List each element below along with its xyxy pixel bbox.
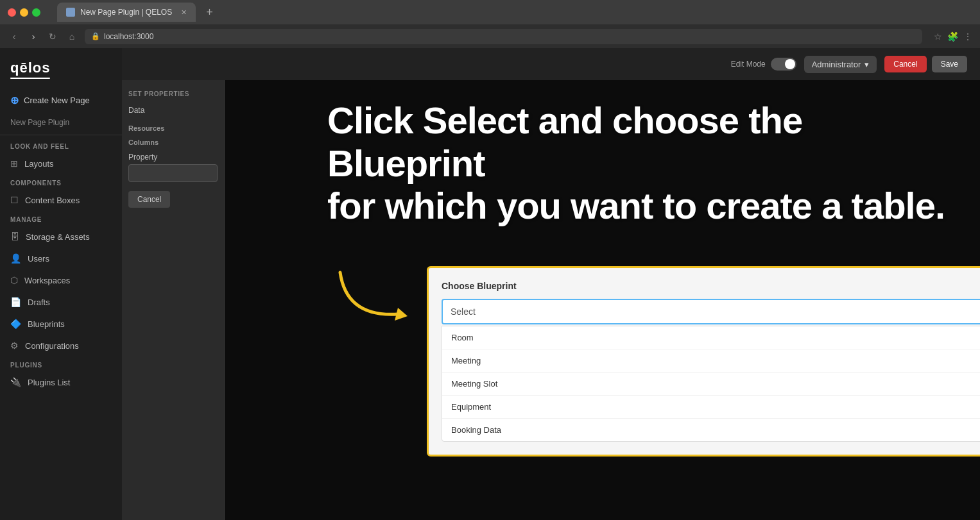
sidebar-item-label: Content Boxes xyxy=(25,196,80,205)
plugins-icon: 🔌 xyxy=(10,377,21,387)
arrow-container xyxy=(334,266,417,333)
sidebar-item-blueprints[interactable]: 🔷 Blueprints xyxy=(0,313,122,335)
traffic-lights xyxy=(8,8,40,17)
browser-actions: ☆ 🧩 ⋮ xyxy=(934,31,972,42)
refresh-button[interactable]: ↻ xyxy=(46,31,59,42)
blueprint-option-meeting-slot[interactable]: Meeting Slot xyxy=(442,373,980,396)
blueprint-option-meeting[interactable]: Meeting xyxy=(442,349,980,373)
sidebar-item-label: Layouts xyxy=(24,159,54,169)
forward-button[interactable]: › xyxy=(27,31,40,42)
layouts-icon: ⊞ xyxy=(10,158,18,169)
section-header-components: COMPONENTS xyxy=(0,174,122,189)
storage-icon: 🗄 xyxy=(10,231,19,242)
resource-label: Resources xyxy=(128,124,218,132)
property-label: Property xyxy=(128,153,218,162)
address-bar[interactable]: 🔒 localhost:3000 xyxy=(85,29,922,44)
sidebar-item-label: Blueprints xyxy=(28,319,65,329)
maximize-button[interactable] xyxy=(32,8,40,17)
close-button[interactable] xyxy=(8,8,16,17)
browser-tab[interactable]: New Page Plugin | QELOS ✕ xyxy=(57,3,196,22)
home-button[interactable]: ⌂ xyxy=(65,31,78,42)
data-label: Data xyxy=(128,103,218,118)
blueprints-icon: 🔷 xyxy=(10,319,21,329)
blueprint-option-booking-data[interactable]: Booking Data xyxy=(442,419,980,441)
sidebar-item-workspaces[interactable]: ⬡ Workspaces xyxy=(0,269,122,291)
property-input[interactable] xyxy=(128,164,218,182)
menu-icon[interactable]: ⋮ xyxy=(963,31,972,42)
admin-button[interactable]: Administrator ▾ xyxy=(804,56,877,73)
cancel-button[interactable]: Cancel xyxy=(884,56,926,72)
blueprint-modal: Choose Blueprint Select ▲ Room Meeting M… xyxy=(427,266,980,457)
columns-label: Columns xyxy=(128,138,218,146)
content-boxes-icon: ☐ xyxy=(10,195,19,205)
star-icon[interactable]: ☆ xyxy=(934,31,942,42)
blueprint-options-list: Room Meeting Meeting Slot Equipment Book… xyxy=(442,326,980,442)
main-area: Edit Mode Administrator ▾ Cancel Save Se… xyxy=(122,48,980,520)
properties-panel: Set Properties Data Resources Columns Pr… xyxy=(122,80,225,520)
new-tab-button[interactable]: + xyxy=(206,6,213,19)
sidebar-item-label: Storage & Assets xyxy=(26,232,90,242)
sidebar-item-label: Plugins List xyxy=(28,378,70,387)
sidebar-item-label: Drafts xyxy=(28,298,50,307)
logo-text: qēlos xyxy=(10,60,50,76)
plugin-label: New Page Plugin xyxy=(0,113,122,132)
drafts-icon: 📄 xyxy=(10,297,21,307)
back-button[interactable]: ‹ xyxy=(8,31,21,42)
tutorial-text: Click Select and choose the Blueprint fo… xyxy=(225,80,980,240)
content-body: Set Properties Data Resources Columns Pr… xyxy=(122,80,980,520)
sidebar-item-users[interactable]: 👤 Users xyxy=(0,247,122,269)
create-new-page-button[interactable]: ⊕ Create New Page xyxy=(0,88,122,113)
panel-cancel-button[interactable]: Cancel xyxy=(128,191,170,208)
tab-close-icon[interactable]: ✕ xyxy=(181,8,187,17)
tab-title: New Page Plugin | QELOS xyxy=(80,8,172,17)
arrow-icon xyxy=(334,266,417,330)
blueprint-option-equipment[interactable]: Equipment xyxy=(442,396,980,419)
section-header-manage: MANAGE xyxy=(0,211,122,226)
sidebar-logo: qēlos xyxy=(0,48,122,88)
action-buttons: Cancel Save xyxy=(884,56,967,72)
main-header: Edit Mode Administrator ▾ Cancel Save xyxy=(122,48,980,80)
blueprint-option-room[interactable]: Room xyxy=(442,326,980,349)
chevron-down-icon: ▾ xyxy=(864,60,869,69)
tutorial-line2: for which you want to create a table. xyxy=(327,185,945,226)
sidebar-item-drafts[interactable]: 📄 Drafts xyxy=(0,291,122,313)
svg-marker-0 xyxy=(395,308,408,321)
sidebar: qēlos ⊕ Create New Page New Page Plugin … xyxy=(0,48,122,520)
admin-label: Administrator xyxy=(812,60,861,69)
edit-mode-toggle[interactable]: Edit Mode xyxy=(731,58,796,71)
sidebar-item-label: Configurations xyxy=(25,341,79,351)
sidebar-item-plugins-list[interactable]: 🔌 Plugins List xyxy=(0,371,122,393)
select-placeholder: Select xyxy=(451,306,476,317)
section-header-plugins: PLUGINS xyxy=(0,356,122,371)
lock-icon: 🔒 xyxy=(91,32,100,40)
tab-favicon xyxy=(66,8,75,17)
toggle-knob xyxy=(785,59,795,69)
minimize-button[interactable] xyxy=(20,8,28,17)
workspaces-icon: ⬡ xyxy=(10,275,18,285)
create-new-page-label: Create New Page xyxy=(24,96,90,105)
app-container: qēlos ⊕ Create New Page New Page Plugin … xyxy=(0,48,980,520)
users-icon: 👤 xyxy=(10,253,21,264)
logo-underline xyxy=(10,78,50,79)
sidebar-item-storage[interactable]: 🗄 Storage & Assets xyxy=(0,226,122,247)
sidebar-item-label: Workspaces xyxy=(24,276,70,285)
sidebar-item-content-boxes[interactable]: ☐ Content Boxes xyxy=(0,189,122,211)
extensions-icon[interactable]: 🧩 xyxy=(947,31,958,42)
tutorial-line1: Click Select and choose the Blueprint xyxy=(327,99,802,184)
toggle-switch[interactable] xyxy=(771,58,796,71)
blueprint-select[interactable]: Select ▲ xyxy=(442,299,980,324)
edit-mode-label: Edit Mode xyxy=(731,60,766,69)
browser-chrome: New Page Plugin | QELOS ✕ + ‹ › ↻ ⌂ 🔒 lo… xyxy=(0,0,980,48)
sidebar-item-configurations[interactable]: ⚙ Configurations xyxy=(0,335,122,356)
sidebar-item-label: Users xyxy=(28,254,49,264)
browser-titlebar: New Page Plugin | QELOS ✕ + xyxy=(0,0,980,24)
save-button[interactable]: Save xyxy=(932,56,967,72)
plus-icon: ⊕ xyxy=(10,94,19,106)
section-header-look-and-feel: LOOK AND FEEL xyxy=(0,138,122,153)
configurations-icon: ⚙ xyxy=(10,340,19,351)
set-properties-title: Set Properties xyxy=(128,90,218,97)
modal-title: Choose Blueprint xyxy=(442,281,980,291)
workspace: Click Select and choose the Blueprint fo… xyxy=(225,80,980,520)
browser-addressbar: ‹ › ↻ ⌂ 🔒 localhost:3000 ☆ 🧩 ⋮ xyxy=(0,24,980,48)
sidebar-item-layouts[interactable]: ⊞ Layouts xyxy=(0,153,122,174)
